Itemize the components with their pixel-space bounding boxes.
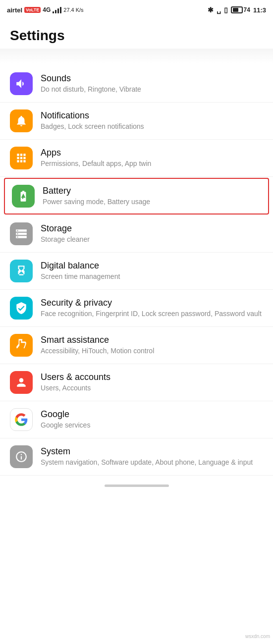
battery-text: Battery Power saving mode, Battery usage [43,186,261,206]
storage-icon [15,227,28,240]
users-accounts-subtitle: Users, Accounts [41,383,263,392]
digital-balance-title: Digital balance [41,261,263,271]
battery-subtitle: Power saving mode, Battery usage [43,197,261,206]
sounds-title: Sounds [41,73,263,84]
apps-text: Apps Permissions, Default apps, App twin [41,148,263,168]
signal-bar-2 [55,10,56,13]
watermark: wsxdn.com [245,634,270,639]
storage-title: Storage [41,223,263,234]
battery-percent: 74 [244,6,250,13]
signal-bar-3 [57,8,59,13]
signal-bars [53,6,61,13]
carrier-name: airtel [7,6,22,14]
sounds-subtitle: Do not disturb, Ringtone, Vibrate [41,85,263,94]
settings-item-apps[interactable]: Apps Permissions, Default apps, App twin [0,140,273,177]
signal-bar-1 [53,11,54,13]
digital-balance-text: Digital balance Screen time management [41,261,263,281]
users-accounts-title: Users & accounts [41,372,263,382]
battery-display [231,6,243,13]
users-accounts-text: Users & accounts Users, Accounts [41,372,263,392]
page-title: Settings [10,28,263,44]
settings-item-users-accounts[interactable]: Users & accounts Users, Accounts [0,364,273,401]
smart-assistance-text: Smart assistance Accessibility, HiTouch,… [41,335,263,355]
battery-title: Battery [43,186,261,196]
digital-balance-subtitle: Screen time management [41,272,263,281]
google-icon [14,413,28,427]
apps-icon-container [10,147,33,169]
network-badge: VoLTE [24,7,41,13]
apps-icon [15,152,28,164]
sounds-text: Sounds Do not disturb, Ringtone, Vibrate [41,73,263,94]
system-icon-container [10,445,33,468]
time-display: 11:3 [253,6,266,14]
settings-item-notifications[interactable]: Notifications Badges, Lock screen notifi… [0,103,273,140]
screen-icon: ▯ [224,6,228,14]
home-bar [105,484,169,487]
smart-assistance-title: Smart assistance [41,335,263,345]
status-right: ✱ ␣ ▯ 74 11:3 [208,6,266,14]
battery-container: 74 [231,6,250,13]
system-subtitle: System navigation, Software update, Abou… [41,458,263,467]
battery-icon-container [12,185,35,208]
notifications-text: Notifications Badges, Lock screen notifi… [41,110,263,131]
settings-item-digital-balance[interactable]: Digital balance Screen time management [0,253,273,290]
settings-item-google[interactable]: Google Google services [0,401,273,438]
speed: 27.4 K/s [63,7,83,13]
settings-item-smart-assistance[interactable]: Smart assistance Accessibility, HiTouch,… [0,327,273,364]
settings-list: Sounds Do not disturb, Ringtone, Vibrate… [0,65,273,476]
bluetooth-icon: ✱ [208,6,214,14]
google-subtitle: Google services [41,421,263,429]
settings-item-sounds[interactable]: Sounds Do not disturb, Ringtone, Vibrate [0,65,273,103]
security-icon-container [10,297,33,320]
shield-icon [15,302,28,315]
battery-fill [233,8,238,12]
scroll-hint [0,49,273,63]
notifications-title: Notifications [41,110,263,121]
storage-text: Storage Storage cleaner [41,223,263,244]
security-subtitle: Face recognition, Fingerprint ID, Lock s… [41,309,263,318]
storage-subtitle: Storage cleaner [41,235,263,244]
vibrate-icon: ␣ [217,6,221,14]
person-icon [15,376,28,389]
notifications-subtitle: Badges, Lock screen notifications [41,122,263,131]
home-indicator [0,476,273,494]
signal-bar-4 [60,7,61,13]
volume-icon [15,77,28,90]
users-icon-container [10,371,33,394]
page-header: Settings [0,20,273,49]
sounds-icon-container [10,72,33,95]
settings-item-system[interactable]: System System navigation, Software updat… [0,438,273,476]
security-title: Security & privacy [41,298,263,308]
smart-assistance-icon-container [10,334,33,357]
security-text: Security & privacy Face recognition, Fin… [41,298,263,318]
settings-item-security-privacy[interactable]: Security & privacy Face recognition, Fin… [0,290,273,327]
battery-icon [17,190,30,203]
system-title: System [41,446,263,457]
storage-icon-container [10,222,33,245]
settings-item-battery[interactable]: Battery Power saving mode, Battery usage [4,178,269,215]
smart-assistance-subtitle: Accessibility, HiTouch, Motion control [41,346,263,355]
network-type: 4G [43,6,51,13]
digital-balance-icon-container [10,260,33,282]
google-icon-container [10,408,33,431]
bell-icon [15,114,28,127]
settings-item-storage[interactable]: Storage Storage cleaner [0,215,273,253]
google-title: Google [41,409,263,420]
info-icon [15,450,28,463]
hourglass-icon [15,265,28,277]
notifications-icon-container [10,109,33,132]
apps-title: Apps [41,148,263,158]
status-bar: airtel VoLTE 4G 27.4 K/s ✱ ␣ ▯ 74 11:3 [0,0,273,20]
hand-icon [15,339,28,352]
system-text: System System navigation, Software updat… [41,446,263,467]
carrier-info: airtel VoLTE 4G 27.4 K/s [7,6,84,14]
google-text: Google Google services [41,409,263,429]
apps-subtitle: Permissions, Default apps, App twin [41,159,263,168]
